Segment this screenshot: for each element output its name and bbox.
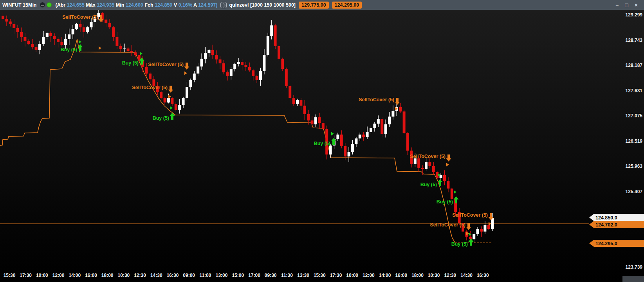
symbol-timeframe-title: WINFUT 15Min bbox=[2, 2, 37, 8]
order-level-badge: 124.702,0 bbox=[589, 221, 644, 228]
ohlc-value: 124.850 bbox=[155, 2, 172, 8]
time-tick-label: 16:30 bbox=[477, 273, 489, 278]
signal-label: SellToCover (5) bbox=[452, 212, 488, 218]
signal-label: Buy (5) bbox=[122, 60, 139, 66]
ohlc-label: Fch bbox=[143, 2, 155, 8]
entry-tick-icon bbox=[99, 47, 101, 50]
order-price-badge-2[interactable]: 124.295,00 bbox=[332, 2, 362, 9]
chart-title-bar: WINFUT 15Min (Abr 124.655 Máx 124.935 Mí… bbox=[0, 0, 644, 10]
ohlc-label: Mín bbox=[114, 2, 125, 8]
price-tick-label: 128.743 bbox=[626, 38, 643, 43]
time-tick-label: 18:00 bbox=[101, 273, 114, 278]
time-tick-label: 18:00 bbox=[411, 273, 424, 278]
strategy-name: quinzevl [1000 150 1000 500] bbox=[229, 2, 296, 8]
buy-signal: Buy (5) bbox=[122, 52, 144, 66]
price-tick-label: 123.739 bbox=[626, 264, 643, 270]
collapse-indicator-icon[interactable] bbox=[40, 2, 45, 7]
ohlc-summary: (Abr 124.655 Máx 124.935 Mín 124.600 Fch… bbox=[56, 2, 218, 8]
corner-resize-box[interactable] bbox=[622, 276, 644, 282]
entry-tick-icon bbox=[331, 132, 334, 136]
price-tick-label: 125.963 bbox=[626, 163, 643, 169]
price-badge-value: 124.702,0 bbox=[595, 222, 617, 228]
entry-tick-icon bbox=[140, 52, 143, 56]
price-tick-label: 125.407 bbox=[626, 189, 643, 194]
price-badge-value: 124.295,0 bbox=[595, 241, 617, 246]
maximize-button[interactable]: □ bbox=[625, 2, 628, 8]
signal-label: SellToCover (5) bbox=[148, 62, 184, 67]
buy-arrow-icon bbox=[454, 196, 459, 199]
buy-signal: Buy (5) bbox=[420, 173, 443, 188]
time-tick-label: 14:30 bbox=[460, 273, 473, 278]
buy-signal: Buy (5) bbox=[437, 190, 459, 205]
ohlc-label: V bbox=[172, 2, 178, 8]
sell-to-cover-signal: SellToCover (5) bbox=[359, 97, 400, 111]
clock-chart-icon[interactable] bbox=[220, 2, 227, 8]
signal-label: SellToCover (5) bbox=[359, 97, 394, 102]
trading-chart-window: WINFUT 15Min (Abr 124.655 Máx 124.935 Mí… bbox=[0, 0, 644, 282]
ohlc-value: 124.597) bbox=[198, 2, 217, 8]
ohlc-label: Máx bbox=[85, 2, 97, 8]
entry-tick-icon bbox=[446, 163, 449, 167]
buy-signal: Buy (5) bbox=[61, 40, 83, 53]
sell-to-cover-signal: SellToCover (5) bbox=[430, 222, 471, 235]
sell-arrow-icon bbox=[99, 19, 104, 22]
price-tick-label: 127.631 bbox=[626, 88, 643, 93]
time-tick-label: 15:00 bbox=[232, 273, 244, 278]
buy-signal: Buy (5) bbox=[153, 106, 175, 121]
time-tick-label: 12:00 bbox=[363, 273, 375, 278]
order-price-badge-1[interactable]: 129.775,00 bbox=[299, 2, 329, 9]
signal-label: SellToCover (5) bbox=[132, 85, 168, 90]
time-tick-label: 13:00 bbox=[216, 273, 228, 278]
time-tick-label: 17:30 bbox=[20, 273, 32, 278]
ohlc-value: 124.655 bbox=[67, 2, 85, 8]
entry-tick-icon bbox=[184, 72, 187, 75]
time-tick-label: 12:30 bbox=[134, 273, 146, 278]
chart-area[interactable]: SellToCover (5)Buy (5)Buy (5)SellToCover… bbox=[0, 10, 644, 282]
time-tick-label: 13:30 bbox=[297, 273, 309, 278]
strategy-running-icon[interactable] bbox=[47, 2, 52, 7]
entry-tick-icon bbox=[469, 233, 471, 236]
time-tick-label: 12:00 bbox=[52, 273, 65, 278]
time-tick-label: 17:00 bbox=[248, 273, 260, 278]
price-badge-value: 124.850,0 bbox=[595, 215, 617, 221]
last-price-badge: 124.850,0 bbox=[589, 214, 644, 221]
sell-arrow-icon bbox=[466, 227, 471, 230]
sell-arrow-icon bbox=[395, 102, 400, 105]
order-level-badge: 124.295,0 bbox=[589, 240, 644, 247]
entry-tick-icon bbox=[79, 40, 81, 44]
time-tick-label: 11:00 bbox=[199, 273, 211, 278]
time-tick-label: 15:30 bbox=[314, 273, 326, 278]
time-tick-label: 12:30 bbox=[444, 273, 456, 278]
minimize-button[interactable]: – bbox=[616, 2, 619, 8]
signals: SellToCover (5)Buy (5)Buy (5)SellToCover… bbox=[61, 14, 494, 247]
sell-arrow-icon bbox=[184, 66, 189, 70]
signal-label: Buy (5) bbox=[314, 141, 330, 146]
ohlc-value: 124.935 bbox=[97, 2, 114, 8]
sell-to-cover-signal: SellToCover (5) bbox=[132, 85, 173, 99]
chart-canvas[interactable]: SellToCover (5)Buy (5)Buy (5)SellToCover… bbox=[0, 10, 644, 282]
buy-signal: Buy (5) bbox=[451, 233, 474, 247]
signal-label: Buy (5) bbox=[437, 199, 453, 205]
window-controls: – □ × bbox=[616, 2, 638, 8]
time-tick-label: 14:30 bbox=[150, 273, 162, 278]
price-tick-label: 128.187 bbox=[626, 63, 643, 68]
time-tick-label: 10:30 bbox=[428, 273, 440, 278]
price-tick-label: 127.075 bbox=[626, 113, 643, 119]
time-axis[interactable]: 15:3017:3010:0012:0014:0016:0018:0010:30… bbox=[4, 273, 489, 278]
signal-label: SellToCover (5) bbox=[430, 222, 465, 228]
sell-arrow-icon bbox=[168, 90, 173, 93]
buy-arrow-icon bbox=[438, 179, 443, 182]
time-tick-label: 09:30 bbox=[265, 273, 277, 278]
entry-tick-icon bbox=[170, 106, 173, 110]
time-tick-label: 15:30 bbox=[4, 273, 16, 278]
ohlc-value: 0,16% bbox=[179, 2, 192, 8]
time-tick-label: 16:00 bbox=[395, 273, 407, 278]
price-tick-label: 129.299 bbox=[626, 12, 643, 18]
signal-label: Buy (5) bbox=[420, 182, 437, 187]
time-tick-label: 10:30 bbox=[118, 273, 130, 278]
time-tick-label: 10:00 bbox=[346, 273, 358, 278]
close-button[interactable]: × bbox=[635, 2, 638, 8]
time-tick-label: 10:00 bbox=[36, 273, 48, 278]
time-tick-label: 11:30 bbox=[281, 273, 293, 278]
price-axis[interactable]: 129.299128.743128.187127.631127.075126.5… bbox=[589, 12, 644, 270]
